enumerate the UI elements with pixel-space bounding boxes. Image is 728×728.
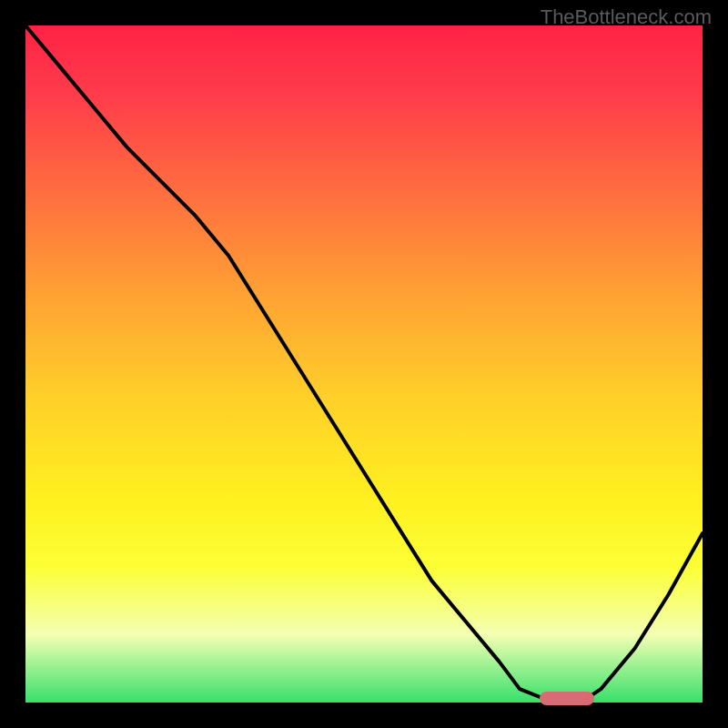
optimum-marker bbox=[540, 692, 594, 705]
watermark-text: TheBottleneck.com bbox=[541, 5, 712, 29]
bottleneck-curve-path bbox=[25, 25, 703, 703]
bottleneck-curve-svg bbox=[25, 25, 703, 703]
chart-plot-area bbox=[25, 25, 703, 703]
